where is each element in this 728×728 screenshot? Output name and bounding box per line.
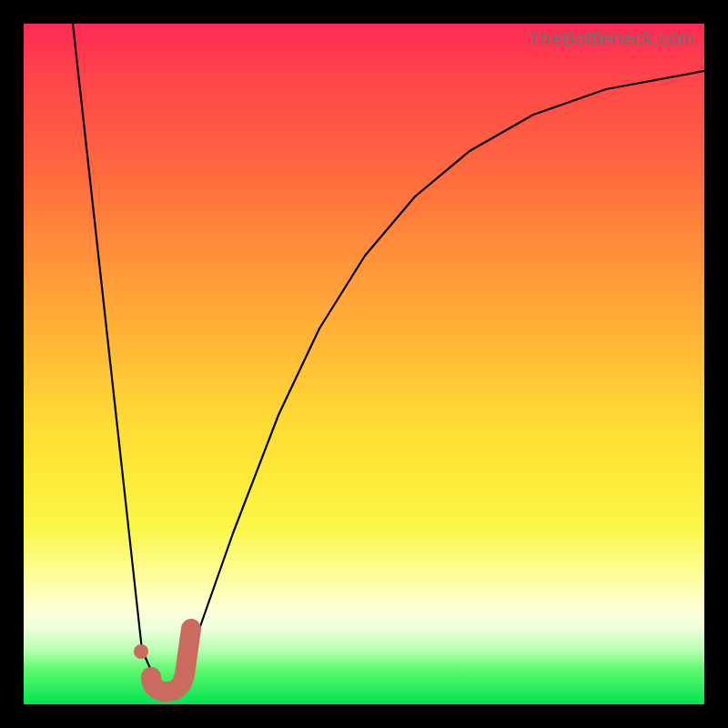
- hook-dot-icon: [134, 644, 148, 659]
- chart-plot-area: TheBottleneck.com: [24, 24, 704, 704]
- hook-marker: [24, 24, 704, 704]
- hook-path: [151, 629, 191, 692]
- chart-frame: TheBottleneck.com: [0, 0, 728, 728]
